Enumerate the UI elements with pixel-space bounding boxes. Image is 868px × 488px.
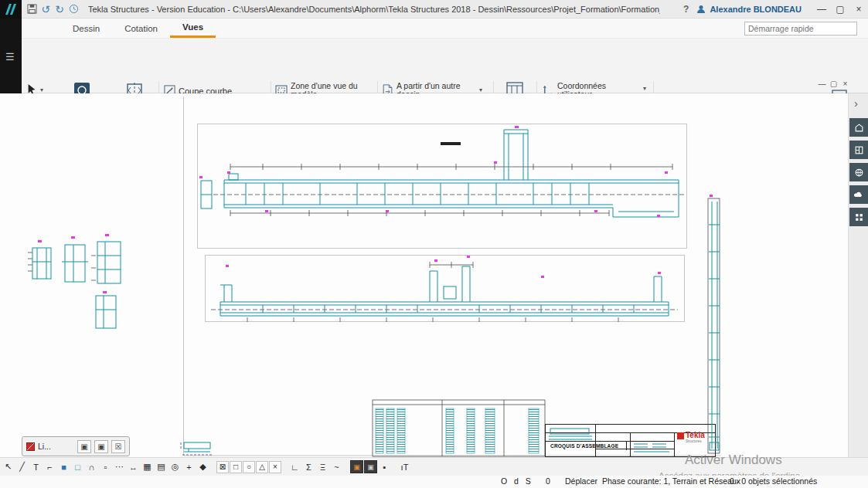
- palette-label: Li...: [38, 442, 51, 451]
- cloud-icon[interactable]: [849, 185, 868, 204]
- ribbon-vues: ▾ ? Détail Coupe Coupe courbe: [0, 39, 868, 93]
- drawing-window-controls: — ▢ ×: [816, 78, 851, 90]
- rect-tool-icon[interactable]: □: [71, 460, 84, 473]
- titlebar: ↺ ↻ Tekla Structures - Version Education…: [0, 0, 868, 19]
- zoom-tool-icon[interactable]: ◎: [168, 460, 182, 473]
- cursor-dropdown-caret[interactable]: ▾: [40, 86, 43, 93]
- arc-tool-icon[interactable]: ∩: [85, 460, 98, 473]
- ribbon-tabs: Dessin Cotation Vues: [60, 19, 216, 38]
- autosave-clock-icon[interactable]: [66, 2, 80, 16]
- mark-labels: [38, 126, 713, 293]
- menubar: Dessin Cotation Vues: [0, 19, 868, 39]
- drawing-list-palette[interactable]: Li... ▣ ▣ ☒: [22, 436, 130, 456]
- restore-button[interactable]: ▢: [831, 0, 849, 19]
- search-input[interactable]: [745, 24, 856, 33]
- tab-dessin[interactable]: Dessin: [60, 19, 112, 38]
- snap-midpoint-icon[interactable]: △: [256, 461, 268, 473]
- title-block-logo: Tekla Structures: [677, 432, 705, 443]
- tab-vues[interactable]: Vues: [170, 19, 216, 38]
- layout-editor-icon[interactable]: [849, 141, 868, 159]
- user-account[interactable]: Alexandre BLONDEAU: [696, 5, 812, 14]
- redo-icon[interactable]: ↻: [53, 2, 66, 16]
- sum-icon[interactable]: Σ: [302, 460, 315, 473]
- section-hatching: [376, 408, 539, 453]
- snap-center-icon[interactable]: ○: [243, 461, 255, 473]
- pan-tool-icon[interactable]: +: [182, 460, 196, 473]
- drawing-canvas[interactable]: [0, 93, 848, 457]
- side-panel: ›: [848, 93, 868, 457]
- tekla-brand-icon: [677, 432, 684, 439]
- user-name: Alexandre BLONDEAU: [710, 5, 802, 14]
- ortho-toggle-icon[interactable]: ▣: [350, 460, 363, 473]
- status-selection: 0 - 0 objets sélectionnés: [730, 476, 817, 486]
- line-tool-icon[interactable]: ╱: [15, 460, 29, 473]
- north-mark: [441, 142, 461, 145]
- filled-rect-tool-icon[interactable]: ■: [57, 460, 70, 473]
- close-palette-button[interactable]: ☒: [111, 440, 125, 453]
- tekla-brand-text: Tekla: [686, 432, 705, 439]
- close-button[interactable]: ×: [849, 0, 868, 19]
- snap-intersection-icon[interactable]: ⊠: [216, 461, 229, 473]
- grid-tool-icon[interactable]: ▦: [141, 460, 154, 473]
- status-phase: Phase courante: 1, Terrain et Réseaux: [602, 476, 740, 486]
- sheet-frame: [184, 97, 721, 456]
- autre-dessin-dropdown-caret[interactable]: ▾: [479, 86, 482, 93]
- snap-diamond-icon[interactable]: ◆: [196, 460, 209, 473]
- drawing-minimize-button[interactable]: —: [816, 78, 828, 90]
- side-menu-strip: ☰: [0, 19, 22, 93]
- wave-icon[interactable]: ~: [330, 460, 343, 473]
- quick-launch-search[interactable]: [744, 22, 857, 36]
- tab-cotation[interactable]: Cotation: [112, 19, 170, 38]
- statusbar: O d S 0 Déplacer Phase courante: 1, Terr…: [0, 476, 868, 488]
- model-views-icon[interactable]: [849, 118, 868, 137]
- tekla-structures-window: ↺ ↻ Tekla Structures - Version Education…: [0, 0, 868, 488]
- select-tool-icon[interactable]: ↖: [2, 460, 15, 473]
- tekla-brand-subtext: Structures: [686, 439, 705, 443]
- hamburger-menu-icon[interactable]: ☰: [5, 51, 15, 63]
- organizer-icon[interactable]: [849, 208, 868, 226]
- help-button[interactable]: ?: [676, 4, 696, 15]
- snap-cross-icon[interactable]: ×: [269, 461, 281, 473]
- status-count: 0: [546, 476, 550, 486]
- hatch-tool-icon[interactable]: ▤: [155, 460, 168, 473]
- coordonnees-dropdown-caret[interactable]: ▾: [643, 85, 646, 92]
- undo-icon[interactable]: ↺: [39, 2, 53, 16]
- save-icon[interactable]: [25, 2, 39, 16]
- sum-alt-icon[interactable]: Ξ: [316, 460, 329, 473]
- point-tool-icon[interactable]: ▫: [99, 460, 112, 473]
- status-command: Déplacer: [565, 476, 597, 486]
- structure-linework: [32, 130, 720, 452]
- window-title: Tekla Structures - Version Education - C…: [88, 5, 660, 14]
- text-tool-icon[interactable]: T: [29, 460, 43, 473]
- polyline-tool-icon[interactable]: ⌐: [43, 460, 56, 473]
- web-tools-icon[interactable]: [849, 163, 868, 181]
- text-height-icon[interactable]: ıT: [398, 460, 411, 473]
- layers-button[interactable]: ▣: [77, 440, 91, 453]
- snap-toggles[interactable]: O d S: [501, 476, 533, 486]
- snap-perpendicular-icon[interactable]: ∟: [288, 460, 301, 473]
- expand-panel-chevron[interactable]: ›: [854, 97, 858, 110]
- pattern-tool-icon[interactable]: ⋯: [113, 460, 126, 473]
- duplicate-button[interactable]: ▣: [94, 440, 108, 453]
- user-icon: [696, 5, 706, 14]
- minimize-button[interactable]: —: [812, 0, 831, 19]
- title-block-title: CROQUIS D'ASSEMBLAGE: [550, 443, 618, 449]
- drawing-list-icon: [26, 442, 35, 451]
- drawing-close-button[interactable]: ×: [839, 78, 851, 90]
- drawing-restore-button[interactable]: ▢: [828, 78, 839, 90]
- stretch-tool-icon[interactable]: ↔: [127, 460, 140, 473]
- snap-settings-icon[interactable]: ▣: [364, 460, 377, 473]
- drawing-area: CROQUIS D'ASSEMBLAGE Tekla Structures Li…: [0, 93, 868, 457]
- fill-toggle-icon[interactable]: ▪: [378, 460, 391, 473]
- draw-toolbar: ↖ ╱ T ⌐ ■ □ ∩ ▫ ⋯ ↔ ▦ ▤ ◎ + ◆ ⊠ □ ○ △ × …: [0, 457, 868, 476]
- tekla-logo-icon[interactable]: [0, 0, 22, 19]
- snap-endpoint-icon[interactable]: □: [230, 461, 242, 473]
